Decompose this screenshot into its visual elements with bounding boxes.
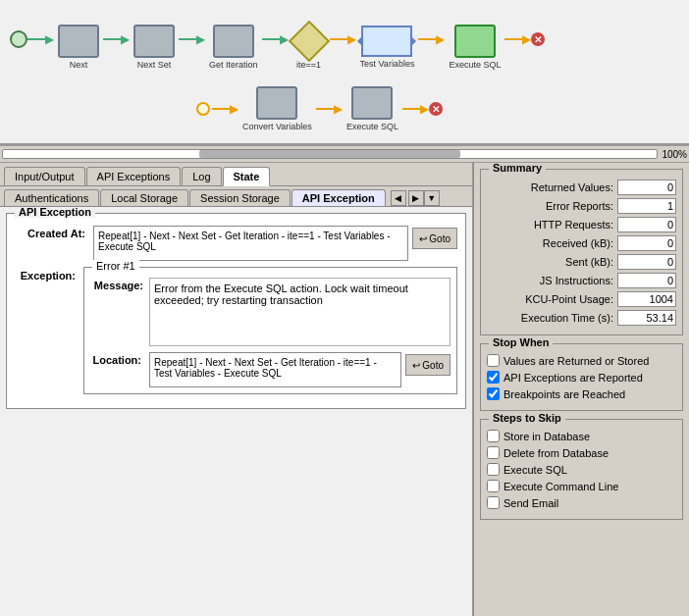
- tab-log[interactable]: Log: [182, 167, 221, 185]
- tab-input-output[interactable]: Input/Output: [4, 167, 85, 185]
- summary-row-0: Returned Values: 0: [487, 180, 676, 195]
- summary-label-6: KCU-Point Usage:: [487, 293, 617, 305]
- tab-state[interactable]: State: [223, 167, 271, 186]
- node-convert-variables[interactable]: Convert Variables: [242, 86, 312, 131]
- start-node: [10, 30, 27, 48]
- end-node-2: ✕: [429, 102, 443, 116]
- scrollbar-area[interactable]: 100%: [0, 145, 689, 163]
- steps-check-3[interactable]: [487, 480, 500, 492]
- steps-check-4[interactable]: [487, 496, 500, 509]
- message-value: Error from the Execute SQL action. Lock …: [149, 278, 450, 346]
- steps-row-4: Send Email: [487, 496, 676, 509]
- end-node-1: ✕: [531, 32, 545, 46]
- stopwhen-row-2: Breakpoints are Reached: [487, 387, 676, 400]
- created-at-label: Created At:: [15, 226, 93, 239]
- summary-row-2: HTTP Requests: 0: [487, 217, 676, 232]
- summary-row-7: Execution Time (s): 53.14: [487, 310, 676, 326]
- summary-value-7: 53.14: [617, 310, 676, 326]
- summary-row-3: Received (kB): 0: [487, 235, 676, 251]
- goto-btn-2[interactable]: ↩ Goto: [405, 354, 450, 376]
- tab-nav-next[interactable]: ▶: [408, 190, 424, 206]
- stop-when-group: Stop When Values are Returned or Stored …: [480, 343, 683, 411]
- error-inner: Message: Error from the Execute SQL acti…: [84, 268, 456, 393]
- steps-row-3: Execute Command Line: [487, 480, 676, 492]
- stopwhen-row-1: API Exceptions are Reported: [487, 371, 676, 384]
- summary-label-2: HTTP Requests:: [487, 219, 617, 231]
- summary-value-5: 0: [617, 273, 676, 288]
- stopwhen-row-0: Values are Returned or Stored: [487, 354, 676, 367]
- summary-row-1: Error Reports: 1: [487, 198, 676, 214]
- message-row: Message: Error from the Execute SQL acti…: [90, 278, 450, 346]
- node-next-set[interactable]: Next Set: [133, 25, 175, 70]
- steps-label-2: Execute SQL: [504, 464, 567, 476]
- tab-menu-btn[interactable]: ▼: [424, 190, 440, 206]
- goto-btn-1[interactable]: ↩ Goto: [412, 228, 457, 249]
- node-test-variables[interactable]: Test Variables: [360, 26, 415, 69]
- location-label: Location:: [90, 352, 149, 366]
- stopwhen-check-1[interactable]: [487, 371, 500, 384]
- node-next[interactable]: Next: [58, 25, 99, 70]
- workflow-row-2: ▶ Convert Variables ▶ Execute SQL ▶ ✕: [196, 86, 443, 131]
- api-exception-title: API Exception: [15, 207, 95, 218]
- tab-session-storage[interactable]: Session Storage: [189, 189, 291, 206]
- steps-label-4: Send Email: [504, 497, 558, 509]
- stopwhen-label-0: Values are Returned or Stored: [504, 355, 649, 367]
- scrollbar-track[interactable]: [2, 149, 658, 159]
- tab-local-storage[interactable]: Local Storage: [100, 189, 188, 206]
- row2-start: [196, 102, 210, 116]
- goto-label-1: Goto: [429, 233, 450, 244]
- summary-label-7: Execution Time (s):: [487, 312, 617, 324]
- steps-label-3: Execute Command Line: [504, 481, 618, 492]
- created-at-row: Created At: Repeat[1] - Next - Next Set …: [15, 226, 457, 261]
- steps-check-0[interactable]: [487, 430, 500, 442]
- stopwhen-check-2[interactable]: [487, 387, 500, 400]
- summary-row-4: Sent (kB): 0: [487, 254, 676, 270]
- main-content: Input/Output API Exceptions Log State Au…: [0, 163, 689, 616]
- steps-row-1: Delete from Database: [487, 446, 676, 459]
- steps-check-1[interactable]: [487, 446, 500, 459]
- exception-row: Exception: Error #1 Message: Error from …: [15, 267, 457, 394]
- workflow-area: ▶ Next ▶ Next Set ▶ Get Iteration ▶ ite=…: [0, 0, 689, 145]
- summary-value-6: 1004: [617, 291, 676, 307]
- api-exception-inner: Created At: Repeat[1] - Next - Next Set …: [7, 214, 465, 408]
- message-label: Message:: [90, 278, 149, 291]
- stopwhen-check-0[interactable]: [487, 354, 500, 367]
- zoom-label: 100%: [662, 149, 687, 160]
- tab-nav-prev[interactable]: ◀: [391, 190, 406, 206]
- error-group: Error #1 Message: Error from the Execute…: [83, 267, 457, 394]
- steps-check-2[interactable]: [487, 463, 500, 476]
- tab-api-exceptions[interactable]: API Exceptions: [86, 167, 182, 185]
- location-value: Repeat[1] - Next - Next Set - Get Iterat…: [149, 352, 401, 387]
- node-execute-sql-2[interactable]: Execute SQL: [346, 86, 398, 131]
- steps-to-skip-title: Steps to Skip: [489, 412, 565, 424]
- tab-authentications[interactable]: Authentications: [4, 189, 99, 206]
- summary-row-6: KCU-Point Usage: 1004: [487, 291, 676, 307]
- stopwhen-label-2: Breakpoints are Reached: [504, 388, 625, 400]
- steps-inner: Store in Database Delete from Database E…: [481, 420, 682, 519]
- summary-label-3: Received (kB):: [487, 237, 617, 249]
- summary-row-5: JS Instructions: 0: [487, 273, 676, 288]
- summary-group: Summary Returned Values: 0 Error Reports…: [480, 169, 683, 335]
- right-panel: Summary Returned Values: 0 Error Reports…: [473, 163, 689, 616]
- summary-value-2: 0: [617, 217, 676, 232]
- node-ite[interactable]: ite==1: [292, 25, 326, 70]
- summary-inner: Returned Values: 0 Error Reports: 1 HTTP…: [481, 170, 682, 334]
- stop-when-inner: Values are Returned or Stored API Except…: [481, 344, 682, 410]
- node-get-iteration[interactable]: Get Iteration: [209, 25, 258, 70]
- tabs-row2: Authentications Local Storage Session St…: [0, 186, 472, 207]
- workflow-row-1: ▶ Next ▶ Next Set ▶ Get Iteration ▶ ite=…: [10, 25, 545, 70]
- node-execute-sql-1[interactable]: Execute SQL: [449, 25, 501, 70]
- tab-api-exception[interactable]: API Exception: [292, 189, 386, 206]
- scrollbar-thumb: [199, 150, 461, 158]
- stop-when-title: Stop When: [489, 336, 553, 348]
- steps-row-0: Store in Database: [487, 430, 676, 442]
- summary-value-4: 0: [617, 254, 676, 270]
- summary-label-5: JS Instructions:: [487, 275, 617, 286]
- steps-to-skip-group: Steps to Skip Store in Database Delete f…: [480, 419, 683, 520]
- summary-value-0: 0: [617, 180, 676, 195]
- summary-label-0: Returned Values:: [487, 181, 617, 193]
- created-at-value: Repeat[1] - Next - Next Set - Get Iterat…: [93, 226, 408, 261]
- steps-label-0: Store in Database: [504, 431, 590, 442]
- summary-value-3: 0: [617, 235, 676, 251]
- steps-label-1: Delete from Database: [504, 447, 609, 459]
